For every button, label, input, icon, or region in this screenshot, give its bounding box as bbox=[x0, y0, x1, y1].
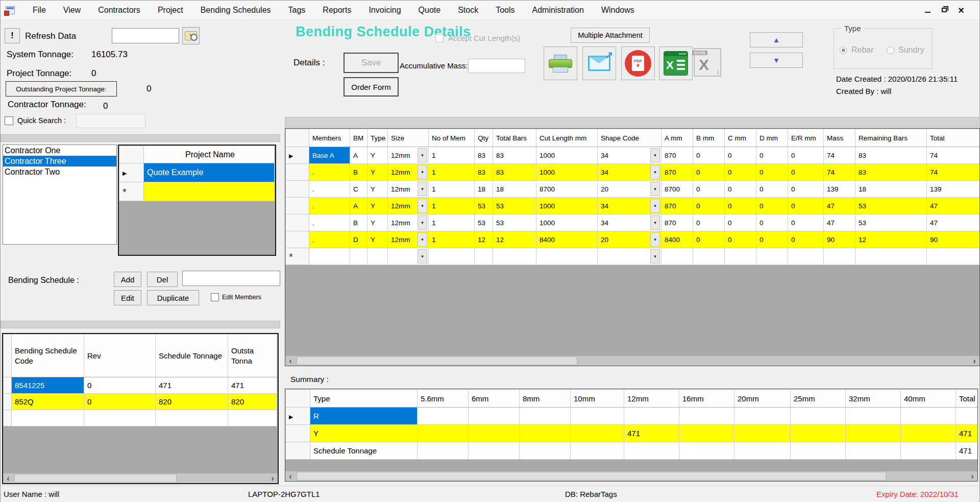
grid-cell[interactable]: 0 bbox=[84, 377, 156, 394]
grid-cell[interactable]: 1 bbox=[429, 214, 475, 231]
column-header[interactable]: 6mm bbox=[469, 390, 520, 408]
grid-cell[interactable]: 74 bbox=[927, 147, 980, 164]
menu-item-file[interactable]: File bbox=[24, 6, 55, 15]
grid-cell[interactable]: 90 bbox=[824, 231, 855, 248]
sundry-radio[interactable] bbox=[887, 46, 894, 54]
dropdown-button[interactable]: ▾ bbox=[418, 199, 427, 213]
grid-cell[interactable]: 34▾ bbox=[598, 164, 662, 181]
grid-cell[interactable] bbox=[12, 410, 84, 426]
grid-cell[interactable] bbox=[469, 442, 520, 460]
grid-cell[interactable]: 1000 bbox=[536, 147, 598, 164]
grid-cell[interactable]: 471 bbox=[228, 377, 277, 394]
duplicate-button[interactable]: Duplicate bbox=[147, 290, 199, 305]
grid-cell[interactable]: . bbox=[309, 214, 350, 231]
dropdown-button[interactable]: ▾ bbox=[418, 232, 427, 247]
scroll-left-arrow[interactable]: ‹ bbox=[285, 356, 296, 366]
grid-cell[interactable]: 820 bbox=[156, 394, 228, 410]
grid-cell[interactable]: Y bbox=[368, 147, 388, 164]
grid-cell[interactable]: 139 bbox=[824, 181, 855, 198]
grid-cell[interactable]: 0 bbox=[725, 164, 756, 181]
grid-cell[interactable] bbox=[536, 248, 598, 265]
summary-grid-table[interactable]: Type5.6mm6mm8mm10mm12mm16mm20mm25mm32mm4… bbox=[285, 389, 978, 460]
contractor-list-item[interactable]: Contractor One bbox=[3, 145, 116, 156]
column-header[interactable]: Size bbox=[388, 129, 429, 147]
dropdown-button[interactable]: ▾ bbox=[418, 249, 427, 264]
grid-cell[interactable]: 74 bbox=[927, 164, 980, 181]
column-header[interactable]: Type bbox=[368, 129, 388, 147]
menu-item-view[interactable]: View bbox=[55, 6, 89, 15]
grid-cell[interactable]: B bbox=[350, 164, 368, 181]
dropdown-button[interactable]: ▾ bbox=[418, 182, 427, 196]
grid-cell[interactable] bbox=[846, 425, 901, 442]
grid-cell[interactable]: Y bbox=[368, 181, 388, 198]
grid-cell[interactable]: 12 bbox=[855, 231, 927, 248]
grid-cell[interactable] bbox=[679, 425, 734, 442]
order-form-button[interactable]: Order Form bbox=[344, 77, 399, 97]
grid-cell[interactable]: ▾ bbox=[598, 248, 662, 265]
grid-cell[interactable]: 83 bbox=[475, 147, 493, 164]
grid-cell[interactable]: 0 bbox=[693, 147, 725, 164]
column-header[interactable]: 5.6mm bbox=[418, 390, 469, 408]
grid-cell[interactable] bbox=[734, 408, 791, 425]
column-header[interactable]: Qty bbox=[475, 129, 493, 147]
grid-cell[interactable]: 90 bbox=[927, 231, 980, 248]
grid-cell[interactable] bbox=[734, 442, 791, 460]
column-header[interactable]: 8mm bbox=[520, 390, 571, 408]
grid-cell[interactable]: Y bbox=[368, 164, 388, 181]
column-header[interactable]: No of Mem bbox=[429, 129, 475, 147]
grid-cell[interactable]: 1000 bbox=[536, 164, 598, 181]
grid-cell[interactable]: ▾ bbox=[388, 248, 429, 265]
minimize-button[interactable] bbox=[921, 5, 934, 16]
column-header[interactable]: Schedule Tonnage bbox=[156, 334, 228, 377]
grid-cell[interactable]: 18 bbox=[855, 181, 927, 198]
grid-cell[interactable] bbox=[662, 248, 693, 265]
grid-cell[interactable]: 1 bbox=[429, 181, 475, 198]
grid-cell[interactable]: 20▾ bbox=[598, 181, 662, 198]
rebar-radio[interactable] bbox=[840, 46, 847, 54]
grid-cell[interactable]: 0 bbox=[756, 198, 788, 214]
column-header[interactable]: Remaining Bars bbox=[855, 129, 927, 147]
grid-cell[interactable]: 1 bbox=[429, 147, 475, 164]
grid-cell[interactable]: 12mm▾ bbox=[388, 231, 429, 248]
grid-cell[interactable] bbox=[309, 248, 350, 265]
grid-cell[interactable] bbox=[156, 410, 228, 426]
dropdown-button[interactable]: ▾ bbox=[418, 216, 427, 230]
grid-cell[interactable]: 0 bbox=[788, 214, 824, 231]
grid-cell[interactable]: 471 bbox=[956, 442, 978, 460]
grid-cell[interactable]: 0 bbox=[725, 214, 756, 231]
grid-cell[interactable]: 0 bbox=[693, 214, 725, 231]
grid-cell[interactable]: 18 bbox=[475, 181, 493, 198]
move-up-button[interactable]: ▲ bbox=[750, 32, 803, 47]
grid-cell[interactable]: 0 bbox=[725, 198, 756, 214]
grid-cell[interactable]: 0 bbox=[693, 181, 725, 198]
grid-cell[interactable]: 83 bbox=[855, 147, 927, 164]
grid-cell[interactable]: Y bbox=[368, 214, 388, 231]
grid-cell[interactable]: . bbox=[309, 231, 350, 248]
summary-grid[interactable]: Type5.6mm6mm8mm10mm12mm16mm20mm25mm32mm4… bbox=[285, 389, 978, 482]
schedules-horizontal-scrollbar[interactable]: ‹ › bbox=[3, 473, 278, 483]
menu-item-project[interactable]: Project bbox=[149, 6, 192, 15]
projects-grid-table[interactable]: Project Name▶Quote Example* bbox=[119, 146, 275, 201]
column-header[interactable]: C mm bbox=[725, 129, 756, 147]
grid-cell[interactable]: 8400 bbox=[662, 231, 693, 248]
grid-cell[interactable]: 0 bbox=[725, 147, 756, 164]
grid-cell[interactable] bbox=[846, 442, 901, 460]
grid-cell[interactable]: 83 bbox=[855, 164, 927, 181]
grid-cell[interactable]: 20▾ bbox=[598, 231, 662, 248]
grid-cell[interactable] bbox=[571, 408, 624, 425]
grid-cell[interactable]: 471 bbox=[624, 425, 679, 442]
details-splitter[interactable] bbox=[285, 117, 980, 128]
grid-cell[interactable]: 1000 bbox=[536, 198, 598, 214]
project-grid[interactable]: Project Name▶Quote Example* bbox=[118, 145, 276, 256]
grid-cell[interactable]: 1 bbox=[429, 164, 475, 181]
dropdown-button[interactable]: ▾ bbox=[650, 216, 660, 230]
scroll-right-arrow[interactable]: › bbox=[267, 473, 278, 483]
grid-cell[interactable] bbox=[469, 425, 520, 442]
column-header[interactable]: 16mm bbox=[679, 390, 734, 408]
grid-cell[interactable] bbox=[350, 248, 368, 265]
grid-cell[interactable]: 53 bbox=[475, 214, 493, 231]
grid-cell[interactable] bbox=[469, 408, 520, 425]
grid-cell[interactable]: 0 bbox=[84, 394, 156, 410]
grid-cell[interactable]: 53 bbox=[475, 198, 493, 214]
accept-cut-lengths-checkbox[interactable] bbox=[435, 34, 444, 42]
